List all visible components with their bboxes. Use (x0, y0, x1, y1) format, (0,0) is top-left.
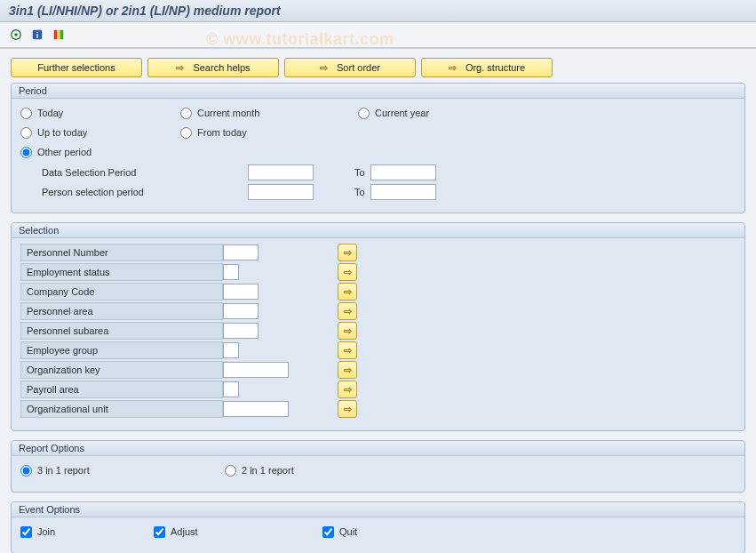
label-personnel-subarea: Personnel subarea (20, 322, 223, 340)
radio-up-to-today[interactable]: Up to today (20, 127, 87, 139)
multi-organization-key[interactable]: ⇨ (338, 361, 357, 379)
multi-employee-group[interactable]: ⇨ (338, 341, 357, 359)
radio-current-month-label: Current month (197, 108, 259, 118)
radio-current-year-label: Current year (375, 108, 429, 118)
sort-order-label: Sort order (337, 62, 380, 73)
event-options-header: Event Options (12, 502, 744, 517)
multi-personnel-subarea[interactable]: ⇨ (338, 322, 357, 340)
radio-today[interactable]: Today (20, 108, 63, 119)
arrow-right-icon: ⇨ (344, 404, 352, 415)
info-icon[interactable]: i (28, 26, 46, 44)
report-options-header: Report Options (12, 441, 744, 456)
arrow-right-icon: ⇨ (344, 365, 352, 376)
label-employment-status: Employment status (20, 263, 223, 281)
multi-personnel-number[interactable]: ⇨ (338, 244, 357, 261)
sel-row-employee-group: Employee group ⇨ (20, 341, 736, 359)
check-adjust[interactable]: Adjust (154, 526, 198, 538)
data-selection-from-input[interactable] (248, 164, 314, 180)
person-selection-label: Person selection period (42, 187, 248, 197)
to-label-2: To (314, 187, 370, 197)
radio-other-period-label: Other period (37, 147, 92, 157)
label-payroll-area: Payroll area (20, 381, 223, 398)
label-personnel-area: Personnel area (20, 302, 223, 320)
input-personnel-subarea[interactable] (223, 323, 259, 339)
label-company-code: Company Code (20, 283, 223, 301)
arrow-right-icon: ⇨ (344, 345, 352, 357)
svg-rect-4 (54, 30, 58, 40)
check-quit-label: Quit (339, 526, 357, 537)
sel-row-personnel-subarea: Personnel subarea ⇨ (20, 322, 736, 340)
multi-company-code[interactable]: ⇨ (338, 283, 357, 301)
radio-today-label: Today (37, 108, 63, 118)
selection-group: Selection Personnel Number ⇨ Employment … (11, 222, 745, 431)
org-structure-label: Org. structure (466, 62, 525, 73)
further-selections-button[interactable]: Further selections (11, 58, 142, 77)
label-employee-group: Employee group (20, 341, 223, 359)
page-title: 3in1 (LI/NHI/NP) or 2in1 (LI/NP) medium … (0, 0, 756, 22)
person-selection-to-input[interactable] (370, 184, 436, 200)
radio-2in1-label: 2 in 1 report (242, 465, 294, 476)
check-join-label: Join (37, 526, 55, 537)
svg-point-1 (14, 33, 18, 36)
sel-row-organization-key: Organization key ⇨ (20, 361, 736, 379)
search-helps-button[interactable]: ⇨ Search helps (147, 58, 279, 77)
radio-up-to-today-label: Up to today (37, 127, 87, 138)
multi-personnel-area[interactable]: ⇨ (338, 302, 357, 320)
arrow-right-icon: ⇨ (320, 62, 328, 74)
arrow-right-icon: ⇨ (344, 286, 352, 298)
svg-text:i: i (36, 31, 38, 40)
arrow-right-icon: ⇨ (344, 325, 352, 337)
label-personnel-number: Personnel Number (20, 244, 223, 261)
input-company-code[interactable] (223, 284, 259, 300)
to-label-1: To (314, 167, 370, 178)
svg-rect-6 (60, 30, 64, 40)
input-employment-status[interactable] (223, 264, 239, 280)
radio-current-year[interactable]: Current year (358, 108, 429, 119)
button-row: Further selections ⇨ Search helps ⇨ Sort… (11, 58, 745, 77)
multi-organizational-unit[interactable]: ⇨ (338, 400, 357, 418)
arrow-right-icon: ⇨ (449, 62, 457, 74)
svg-rect-5 (57, 30, 60, 40)
check-join[interactable]: Join (20, 526, 55, 538)
sel-row-organizational-unit: Organizational unit ⇨ (20, 400, 736, 418)
check-adjust-label: Adjust (171, 526, 198, 537)
arrow-right-icon: ⇨ (344, 306, 352, 317)
input-personnel-area[interactable] (223, 303, 259, 319)
radio-3in1-label: 3 in 1 report (37, 465, 90, 476)
radio-from-today-label: From today (197, 127, 247, 138)
org-structure-button[interactable]: ⇨ Org. structure (421, 58, 553, 77)
sel-row-employment-status: Employment status ⇨ (20, 263, 736, 281)
execute-icon[interactable] (7, 26, 25, 44)
multi-employment-status[interactable]: ⇨ (338, 263, 357, 281)
input-organization-key[interactable] (223, 362, 289, 378)
input-organizational-unit[interactable] (223, 401, 289, 417)
sel-row-payroll-area: Payroll area ⇨ (20, 381, 736, 398)
radio-3in1[interactable]: 3 in 1 report (20, 465, 90, 477)
radio-other-period[interactable]: Other period (20, 147, 92, 158)
further-selections-label: Further selections (37, 62, 115, 73)
input-personnel-number[interactable] (223, 244, 259, 260)
sort-order-button[interactable]: ⇨ Sort order (284, 58, 416, 77)
arrow-right-icon: ⇨ (176, 62, 184, 74)
input-payroll-area[interactable] (223, 381, 239, 397)
legend-icon[interactable] (50, 26, 68, 44)
period-group: Period Today Current month Current year … (11, 83, 745, 213)
data-selection-label: Data Selection Period (42, 167, 248, 178)
multi-payroll-area[interactable]: ⇨ (338, 381, 357, 398)
radio-current-month[interactable]: Current month (180, 108, 259, 119)
label-organizational-unit: Organizational unit (20, 400, 223, 418)
event-options-group: Event Options Join Adjust Quit (11, 501, 745, 553)
main-toolbar: i (0, 22, 756, 48)
content-area: Further selections ⇨ Search helps ⇨ Sort… (0, 48, 756, 553)
period-header: Period (12, 84, 744, 99)
input-employee-group[interactable] (223, 342, 239, 358)
label-organization-key: Organization key (20, 361, 223, 379)
person-selection-from-input[interactable] (248, 184, 314, 200)
sel-row-personnel-number: Personnel Number ⇨ (20, 244, 736, 261)
radio-from-today[interactable]: From today (180, 127, 247, 139)
check-quit[interactable]: Quit (322, 526, 357, 538)
selection-header: Selection (12, 223, 744, 238)
radio-2in1[interactable]: 2 in 1 report (225, 465, 294, 477)
search-helps-label: Search helps (193, 62, 250, 73)
data-selection-to-input[interactable] (370, 164, 436, 180)
